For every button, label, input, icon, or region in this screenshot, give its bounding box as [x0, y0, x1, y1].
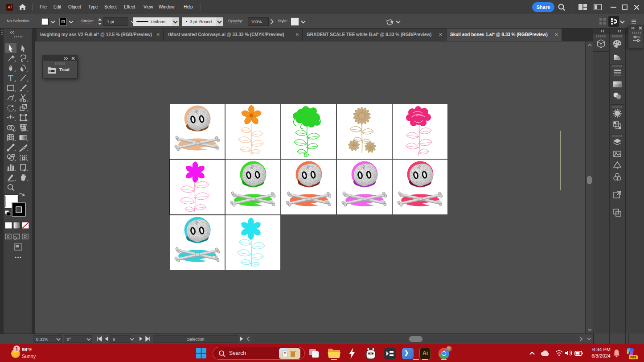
svg-text:T: T [8, 74, 13, 83]
